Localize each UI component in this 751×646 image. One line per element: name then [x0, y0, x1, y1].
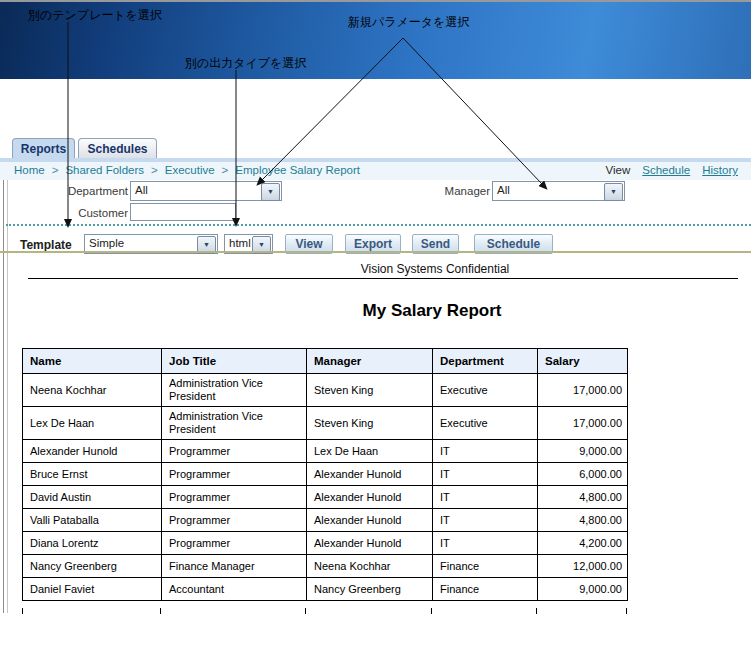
annotation-select-output-type: 別の出力タイプを選択 — [185, 55, 306, 72]
table-cutoff-border — [160, 608, 161, 614]
table-cell: Valli Pataballa — [23, 509, 162, 532]
salary-table: NameJob TitleManagerDepartmentSalary Nee… — [22, 348, 628, 601]
table-cell: 17,000.00 — [538, 374, 628, 407]
template-value: Simple — [89, 237, 124, 249]
customer-label: Customer — [40, 207, 128, 219]
column-header: Name — [23, 349, 162, 374]
table-cell: Finance — [433, 578, 538, 601]
nav-link-preferences[interactable]: Preferences — [570, 112, 637, 126]
customer-input[interactable] — [130, 203, 236, 221]
table-cell: IT — [433, 532, 538, 555]
breadcrumb-item[interactable]: Home — [14, 164, 45, 176]
table-cutoff-border — [305, 608, 306, 614]
table-row: Valli PataballaProgrammerAlexander Hunol… — [23, 509, 628, 532]
manager-select[interactable]: All ▼ — [492, 181, 625, 201]
table-cell: IT — [433, 509, 538, 532]
table-row: Daniel FavietAccountantNancy GreenbergFi… — [23, 578, 628, 601]
toolbar-separator-rule — [0, 251, 751, 253]
table-cell: 4,800.00 — [538, 509, 628, 532]
table-cell: Alexander Hunold — [23, 440, 162, 463]
table-cell: Accountant — [162, 578, 307, 601]
table-cutoff-border — [22, 608, 23, 614]
department-value: All — [135, 184, 148, 196]
table-cell: Neena Kochhar — [307, 555, 433, 578]
column-header: Department — [433, 349, 538, 374]
table-cell: Daniel Faviet — [23, 578, 162, 601]
dotted-separator — [6, 224, 751, 226]
frame-border — [3, 161, 4, 613]
table-cell: Programmer — [162, 532, 307, 555]
breadcrumb: Home>Shared Folders>Executive>Employee S… — [14, 164, 360, 176]
table-cell: Executive — [433, 407, 538, 440]
annotation-select-template: 別のテンプレートを選択 — [28, 7, 162, 24]
breadcrumb-separator: > — [222, 164, 229, 176]
registered-mark: ® — [164, 86, 171, 98]
breadcrumb-item[interactable]: Employee Salary Report — [235, 164, 360, 176]
table-cell: Alexander Hunold — [307, 463, 433, 486]
table-cell: Diana Lorentz — [23, 532, 162, 555]
table-cutoff-border — [536, 608, 537, 614]
table-cell: Steven King — [307, 374, 433, 407]
table-cell: Programmer — [162, 509, 307, 532]
column-header: Job Title — [162, 349, 307, 374]
table-cell: IT — [433, 486, 538, 509]
table-cell: David Austin — [23, 486, 162, 509]
oracle-logo-icon: ▽ — [20, 85, 35, 111]
manager-value: All — [497, 184, 510, 196]
table-cell: Bruce Ernst — [23, 463, 162, 486]
table-cell: 17,000.00 — [538, 407, 628, 440]
table-cutoff-border — [626, 608, 627, 614]
table-cell: Finance — [433, 555, 538, 578]
table-row: Diana LorentzProgrammerAlexander HunoldI… — [23, 532, 628, 555]
breadcrumb-item[interactable]: Shared Folders — [65, 164, 144, 176]
column-header: Manager — [307, 349, 433, 374]
table-cell: 6,000.00 — [538, 463, 628, 486]
template-label: Template — [20, 238, 72, 252]
table-row: Neena KochharAdministration Vice Preside… — [23, 374, 628, 407]
column-header: Salary — [538, 349, 628, 374]
table-cell: 9,000.00 — [538, 578, 628, 601]
table-cell: Programmer — [162, 463, 307, 486]
chevron-down-icon[interactable]: ▼ — [261, 183, 280, 201]
bi-publisher-page: 別のテンプレートを選択 別の出力タイプを選択 新規パラメータを選択 ▽ ORAC… — [0, 0, 751, 646]
table-row: Alexander HunoldProgrammerLex De HaanIT9… — [23, 440, 628, 463]
breadcrumb-item[interactable]: Executive — [165, 164, 215, 176]
report-confidential-text: Vision Systems Confidential — [132, 262, 738, 276]
table-cell: Neena Kochhar — [23, 374, 162, 407]
table-cell: 12,000.00 — [538, 555, 628, 578]
table-cell: Programmer — [162, 486, 307, 509]
product-name: BI Publisher Enterprise — [182, 87, 348, 113]
history-link[interactable]: History — [702, 164, 738, 176]
table-cell: Executive — [433, 374, 538, 407]
frame-border — [7, 161, 8, 613]
table-cell: Alexander Hunold — [307, 532, 433, 555]
tab-underline-strip — [0, 158, 751, 162]
department-label: Department — [40, 185, 128, 197]
table-cell: Alexander Hunold — [307, 486, 433, 509]
table-cell: Programmer — [162, 440, 307, 463]
table-cell: Nancy Greenberg — [23, 555, 162, 578]
table-header-row: NameJob TitleManagerDepartmentSalary — [23, 349, 628, 374]
table-cell: Administration Vice President — [162, 374, 307, 407]
tab-reports[interactable]: Reports — [12, 138, 75, 158]
chevron-down-icon[interactable]: ▼ — [604, 183, 623, 201]
table-row: David AustinProgrammerAlexander HunoldIT… — [23, 486, 628, 509]
schedule-link[interactable]: Schedule — [642, 164, 690, 176]
table-cell: 4,200.00 — [538, 532, 628, 555]
nav-link-sign-out[interactable]: Sign Out — [652, 112, 701, 126]
table-cell: Lex De Haan — [23, 407, 162, 440]
page-actions: View ScheduleHistory — [606, 164, 738, 176]
table-cell: Nancy Greenberg — [307, 578, 433, 601]
output-type-value: html — [229, 237, 251, 249]
nav-link-help[interactable]: Help — [716, 112, 742, 126]
breadcrumb-separator: > — [52, 164, 59, 176]
department-select[interactable]: All ▼ — [130, 181, 282, 201]
table-cell: 9,000.00 — [538, 440, 628, 463]
table-cell: 4,800.00 — [538, 486, 628, 509]
table-cell: Steven King — [307, 407, 433, 440]
table-cutoff-border — [431, 608, 432, 614]
table-cell: Lex De Haan — [307, 440, 433, 463]
view-current-label: View — [606, 164, 631, 176]
tab-schedules[interactable]: Schedules — [78, 138, 157, 158]
table-cell: Finance Manager — [162, 555, 307, 578]
